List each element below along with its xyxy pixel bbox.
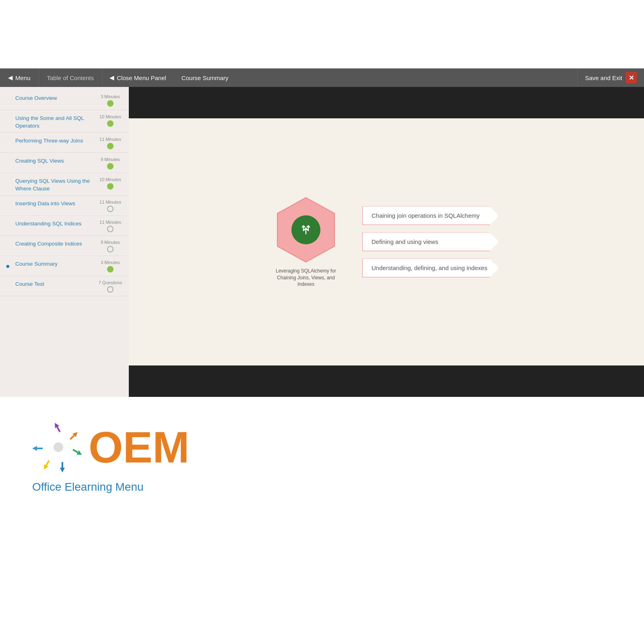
save-exit-label: Save and Exit [585,74,622,81]
hexagon-label: Leveraging SQLAlchemy for Chaining Joins… [274,268,338,288]
sidebar: Course Overview3 MinutesUsing the Some a… [0,87,129,397]
oem-text: OEM [89,425,190,469]
oem-full-name: Office Elearning Menu [32,481,144,493]
sidebar-item-course-summary[interactable]: Course Summary3 Minutes [0,256,129,276]
menu-button[interactable]: ◀ Menu [0,68,39,87]
sidebar-item-inserting-views[interactable]: Inserting Data into Views11 Minutes [0,196,129,216]
oem-arrows-icon [32,421,85,473]
top-white-space [0,0,644,68]
svg-rect-5 [70,435,75,440]
svg-point-14 [54,442,63,452]
sidebar-item-meta: 7 Questions [97,280,124,293]
svg-marker-2 [53,421,59,428]
arrow-card-1: Defining and using views [362,232,499,251]
hex-icon [291,215,320,244]
svg-marker-10 [42,464,48,471]
sidebar-item-meta: 9 Minutes [97,240,124,252]
sidebar-item-meta: 10 Minutes [97,114,124,127]
svg-rect-3 [56,427,60,432]
sidebar-item-querying-views[interactable]: Querying SQL Views Using the Where Claus… [0,173,129,196]
app-container: ◀ Menu Table of Contents ◀ Close Menu Pa… [0,68,644,397]
sidebar-item-title: Querying SQL Views Using the Where Claus… [15,177,93,192]
complete-dot-icon [107,120,114,127]
menu-label: Menu [15,74,31,81]
sidebar-item-title: Course Test [15,280,93,288]
content-top-black [129,87,644,118]
sidebar-item-title: Using the Some and All SQL Operators [15,114,93,129]
sidebar-item-meta: 11 Minutes [97,200,124,212]
arrow-card-2: Understanding, defining, and using index… [362,258,499,277]
complete-dot-icon [107,143,114,149]
close-panel-button[interactable]: ◀ Close Menu Panel [102,68,173,87]
close-panel-label: Close Menu Panel [117,74,166,81]
arrow-card-0: Chaining join operations in SQLAlchemy [362,206,499,225]
incomplete-dot-icon [107,206,114,212]
sidebar-item-title: Performing Three-way Joins [15,137,93,144]
main-content: Course Overview3 MinutesUsing the Some a… [0,87,644,397]
sidebar-item-three-way[interactable]: Performing Three-way Joins11 Minutes [0,133,129,153]
sidebar-item-course-test[interactable]: Course Test7 Questions [0,276,129,296]
arrow-cards: Chaining join operations in SQLAlchemyDe… [362,206,499,277]
toc-label: Table of Contents [39,68,102,87]
sidebar-item-meta: 3 Minutes [97,94,124,107]
sidebar-item-sql-indices[interactable]: Understanding SQL Indices11 Minutes [0,216,129,236]
arrow-card-text: Defining and using views [362,232,499,251]
complete-dot-icon [107,100,114,107]
course-title: Course Summary [173,68,578,87]
close-x-icon: ✕ [629,74,634,82]
sidebar-item-meta: 10 Minutes [97,177,124,190]
incomplete-dot-icon [107,286,114,293]
svg-rect-7 [72,449,78,453]
sidebar-item-title: Creating SQL Views [15,157,93,165]
sidebar-item-title: Understanding SQL Indices [15,220,93,227]
sidebar-item-meta: 3 Minutes [97,260,124,272]
sidebar-item-some-all[interactable]: Using the Some and All SQL Operators10 M… [0,110,129,133]
sidebar-item-composite-indices[interactable]: Creating Composite Indices9 Minutes [0,236,129,256]
svg-marker-12 [32,446,37,451]
close-x-button[interactable]: ✕ [625,72,637,83]
svg-marker-6 [76,450,83,457]
header-bar: ◀ Menu Table of Contents ◀ Close Menu Pa… [0,68,644,87]
incomplete-dot-icon [107,246,114,252]
hexagon-wrap: Leveraging SQLAlchemy for Chaining Joins… [274,196,338,288]
menu-arrow-icon: ◀ [8,74,13,81]
bottom-area: OEM Office Elearning Menu [0,397,644,578]
sidebar-item-meta: 11 Minutes [97,220,124,232]
oem-letters: OEM [89,425,190,469]
svg-rect-13 [37,448,43,449]
complete-dot-icon [107,163,114,169]
incomplete-dot-icon [107,226,114,232]
oem-logo: OEM Office Elearning Menu [32,421,190,493]
svg-marker-8 [60,468,65,473]
save-exit-button[interactable]: Save and Exit ✕ [577,68,644,87]
sidebar-item-course-overview[interactable]: Course Overview3 Minutes [0,90,129,110]
hexagon [276,196,336,264]
close-panel-arrow-icon: ◀ [109,74,114,81]
content-main: Leveraging SQLAlchemy for Chaining Joins… [129,118,644,365]
content-bottom-black [129,365,644,397]
svg-rect-9 [62,462,63,468]
sidebar-item-title: Course Overview [15,94,93,102]
svg-rect-11 [45,460,50,466]
oem-logo-top: OEM [32,421,190,473]
complete-dot-icon [107,183,114,190]
sidebar-item-title: Inserting Data into Views [15,200,93,207]
sidebar-item-meta: 9 Minutes [97,157,124,169]
content-area: Leveraging SQLAlchemy for Chaining Joins… [129,87,644,397]
sidebar-item-meta: 11 Minutes [97,137,124,149]
hexagon-inner [291,215,320,244]
sidebar-item-title: Course Summary [15,260,93,268]
arrow-card-text: Understanding, defining, and using index… [362,258,499,277]
arrow-card-text: Chaining join operations in SQLAlchemy [362,206,499,225]
sidebar-item-title: Creating Composite Indices [15,240,93,248]
lesson-content: Leveraging SQLAlchemy for Chaining Joins… [258,180,515,304]
complete-dot-icon [107,266,114,272]
sidebar-item-creating-views[interactable]: Creating SQL Views9 Minutes [0,153,129,173]
